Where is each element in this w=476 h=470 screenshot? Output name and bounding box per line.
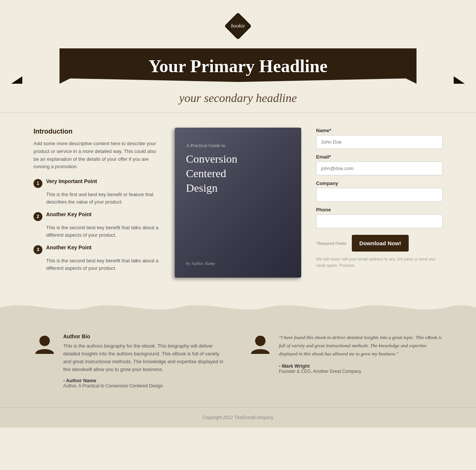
primary-headline: Your Primary Headline (74, 56, 402, 76)
phone-label: Phone (316, 207, 443, 212)
point-title-3: Another Key Point (46, 244, 91, 250)
svg-text:bookie: bookie (231, 23, 245, 29)
footer-text: Copyright 2012 ThatGreatCompany (203, 415, 273, 420)
logo-icon: bookie (223, 11, 253, 41)
header: bookie Your Primary Headline your second… (0, 0, 476, 113)
required-fields-label: *Required Fields (316, 241, 346, 246)
author-bio-column: Author Bio This is the authors biography… (33, 333, 227, 389)
main-section: Introduction Add some more descriptive c… (0, 113, 476, 300)
book-title: ConversionCenteredDesign (186, 151, 290, 195)
email-label: Email* (316, 154, 443, 160)
point-desc-1: This is the first and best key benefit o… (46, 191, 160, 205)
main-grid: Introduction Add some more descriptive c… (33, 128, 443, 278)
key-point-1: 1 Very Important Point (33, 178, 160, 188)
testimonial-text: "I have found this ebook to deliver deta… (279, 333, 443, 358)
left-column: Introduction Add some more descriptive c… (33, 128, 160, 278)
author-name: - Author Name (63, 378, 227, 383)
intro-text: Add some more descriptive content here t… (33, 140, 160, 171)
download-button[interactable]: Download Now! (352, 235, 409, 252)
point-number-3: 3 (33, 245, 42, 254)
form-bottom: *Required Fields Download Now! (316, 235, 443, 252)
name-label: Name* (316, 128, 443, 133)
point-title-2: Another Key Point (46, 211, 91, 217)
book-subtitle: A Practical Guide to (186, 143, 290, 148)
key-point-3: 3 Another Key Point (33, 244, 160, 254)
intro-heading: Introduction (33, 128, 160, 135)
book-author: by Author Name (186, 261, 290, 266)
privacy-text: We will never sell your email address to… (316, 256, 443, 268)
author-bio-text: This is the authors biography for the eb… (63, 342, 227, 373)
point-title-1: Very Important Point (46, 178, 97, 184)
testimonial-name: - Mark Wright (279, 363, 443, 369)
point-desc-2: This is the second best key benefit that… (46, 224, 160, 239)
wavy-divider (0, 300, 476, 315)
name-input[interactable] (316, 135, 443, 149)
testimonial-content: "I have found this ebook to deliver deta… (279, 333, 443, 389)
point-number-1: 1 (33, 179, 42, 188)
bottom-section: Author Bio This is the authors biography… (0, 315, 476, 407)
author-avatar-icon (33, 333, 56, 356)
author-bio-content: Author Bio This is the authors biography… (63, 333, 227, 389)
testimonial-title: Founder & CEO, Another Great Company (279, 369, 443, 374)
banner: Your Primary Headline (22, 48, 454, 84)
bottom-grid: Author Bio This is the authors biography… (33, 333, 443, 389)
author-bio-heading: Author Bio (63, 333, 227, 339)
form-section: Name* Email* Company Phone *Required Fie… (316, 128, 443, 278)
point-desc-3: This is the second best key benefit that… (46, 257, 160, 272)
footer: Copyright 2012 ThatGreatCompany (0, 407, 476, 428)
svg-point-3 (255, 336, 266, 346)
phone-input[interactable] (316, 214, 443, 228)
company-input[interactable] (316, 188, 443, 202)
email-input[interactable] (316, 162, 443, 175)
testimonial-avatar-icon (249, 333, 271, 356)
point-number-2: 2 (33, 212, 42, 221)
secondary-headline: your secondary headline (0, 84, 476, 109)
svg-point-2 (39, 336, 50, 346)
author-title: Author, A Practical to Conversion Center… (63, 383, 227, 389)
testimonial-column: "I have found this ebook to deliver deta… (249, 333, 443, 389)
book-cover: A Practical Guide to ConversionCenteredD… (175, 128, 301, 278)
key-point-2: 2 Another Key Point (33, 211, 160, 221)
company-label: Company (316, 180, 443, 186)
